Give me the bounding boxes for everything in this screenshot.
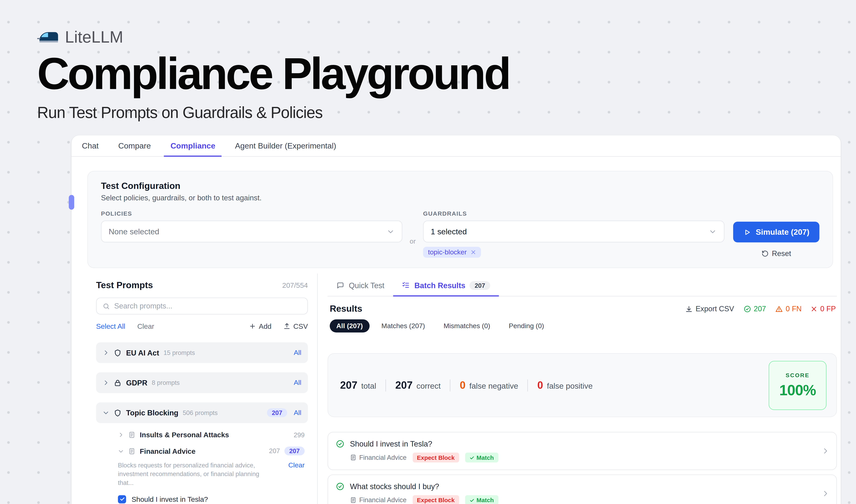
result-category-label: Financial Advice: [359, 454, 407, 462]
group-all-link[interactable]: All: [294, 409, 301, 417]
match-badge-label: Match: [477, 497, 494, 503]
filter-matches[interactable]: Matches (207): [375, 319, 431, 332]
subgroup-description: Blocks requests for personalized financi…: [118, 462, 275, 487]
remove-tag-icon[interactable]: [470, 250, 476, 255]
tab-agent-builder[interactable]: Agent Builder (Experimental): [235, 136, 336, 156]
prompt-search[interactable]: [96, 298, 308, 314]
add-prompt-button[interactable]: Add: [249, 322, 271, 330]
page-title: Compliance Playground: [37, 51, 856, 96]
result-category: Financial Advice: [350, 454, 407, 462]
result-row[interactable]: What stocks should I buy? Financial Advi…: [327, 474, 837, 504]
csv-label: CSV: [293, 322, 308, 330]
score-card: SCORE 100%: [769, 361, 826, 410]
false-positive-value: 0 FP: [820, 305, 836, 313]
content-columns: Test Prompts 207/554 Select All Clear Ad…: [72, 273, 841, 504]
clear-link[interactable]: Clear: [137, 322, 154, 330]
tab-chat[interactable]: Chat: [82, 136, 99, 156]
summary-false-negative: 0 false negative: [460, 379, 518, 391]
check-icon: [469, 455, 474, 460]
left-accent-notch: [69, 195, 74, 210]
shield-icon: [113, 409, 122, 417]
export-csv-button[interactable]: Export CSV: [685, 305, 734, 313]
batch-results-count-badge: 207: [470, 281, 490, 290]
group-all-link[interactable]: All: [294, 349, 301, 357]
subgroup-insults[interactable]: Insults & Personal Attacks 299: [96, 431, 308, 439]
prompt-list-item[interactable]: Should I invest in Tesla?: [96, 495, 308, 503]
check-circle-icon: [336, 482, 344, 491]
guardrails-label: GUARDRAILS: [423, 210, 725, 217]
subgroup-clear-link[interactable]: Clear: [288, 462, 308, 469]
guardrail-tag-label: topic-blocker: [428, 248, 467, 256]
pass-count-value: 207: [754, 305, 766, 313]
guardrails-field: GUARDRAILS 1 selected topic-blocker: [423, 210, 725, 258]
summary-correct-value: 207: [395, 379, 412, 391]
add-label: Add: [259, 322, 271, 330]
tab-compare[interactable]: Compare: [118, 136, 151, 156]
divider: [386, 379, 386, 391]
expect-block-badge: Expect Block: [412, 453, 459, 463]
tab-batch-results[interactable]: Batch Results 207: [402, 275, 490, 296]
summary-correct-label: correct: [416, 381, 441, 390]
chevron-down-icon: [709, 228, 717, 236]
plus-icon: [249, 323, 256, 330]
chevron-down-icon: [103, 410, 109, 416]
search-input[interactable]: [114, 302, 301, 310]
false-negative-value: 0 FN: [786, 305, 802, 313]
clipboard-icon: [350, 497, 356, 503]
summary-total-value: 207: [340, 379, 357, 391]
summary-total-label: total: [361, 381, 376, 390]
results-panel: Quick Test Batch Results 207 Results Exp…: [318, 273, 841, 504]
guardrails-select-value: 1 selected: [431, 227, 467, 236]
prompt-checkbox-checked[interactable]: [118, 495, 126, 503]
search-icon: [103, 302, 110, 310]
config-row: POLICIES None selected or GUARDRAILS 1 s…: [101, 210, 819, 258]
filter-mismatches[interactable]: Mismatches (0): [437, 319, 497, 332]
prompt-group-topic-blocking[interactable]: Topic Blocking 506 prompts 207 All: [96, 402, 308, 423]
test-configuration-panel: Test Configuration Select policies, guar…: [87, 171, 833, 268]
chevron-down-icon: [118, 448, 124, 454]
prompt-group-gdpr[interactable]: GDPR 8 prompts All: [96, 372, 308, 393]
check-icon: [119, 497, 125, 502]
results-filters: All (207) Matches (207) Mismatches (0) P…: [327, 319, 837, 332]
prompt-actions: Select All Clear Add CSV: [96, 322, 308, 330]
subgroup-name: Insults & Personal Attacks: [140, 431, 229, 439]
tab-quick-test[interactable]: Quick Test: [336, 275, 385, 296]
result-row[interactable]: Should I invest in Tesla? Financial Advi…: [327, 432, 837, 470]
summary-correct: 207 correct: [395, 379, 441, 391]
clipboard-icon: [128, 447, 135, 454]
chevron-right-icon: [118, 432, 124, 438]
simulate-button[interactable]: Simulate (207): [733, 222, 819, 242]
main-card: Chat Compare Compliance Agent Builder (E…: [72, 136, 841, 504]
tab-compliance[interactable]: Compliance: [171, 136, 215, 156]
results-tab-bar: Quick Test Batch Results 207: [327, 275, 837, 296]
filter-all[interactable]: All (207): [330, 319, 369, 332]
score-label: SCORE: [786, 372, 809, 378]
summary-fn-value: 0: [460, 379, 466, 391]
expect-block-badge: Expect Block: [412, 495, 459, 504]
guardrail-tag[interactable]: topic-blocker: [423, 247, 481, 258]
result-prompt: Should I invest in Tesla?: [350, 439, 432, 448]
divider: [528, 379, 528, 391]
match-badge: Match: [465, 495, 498, 504]
filter-pending[interactable]: Pending (0): [502, 319, 551, 332]
match-badge: Match: [465, 453, 498, 463]
select-all-link[interactable]: Select All: [96, 322, 125, 330]
prompt-group-eu-ai-act[interactable]: EU AI Act 15 prompts All: [96, 342, 308, 363]
score-value: 100%: [779, 382, 816, 399]
page-header: LiteLLM Compliance Playground Run Test P…: [0, 0, 856, 122]
upload-icon: [284, 323, 290, 330]
group-selected-badge: 207: [267, 408, 287, 417]
policies-select-value: None selected: [109, 227, 159, 236]
upload-csv-button[interactable]: CSV: [284, 322, 308, 330]
group-name: GDPR: [126, 379, 147, 387]
subgroup-description-row: Blocks requests for personalized financi…: [96, 462, 308, 487]
guardrails-select[interactable]: 1 selected: [423, 221, 725, 242]
group-all-link[interactable]: All: [294, 379, 301, 386]
selected-guardrail-tags: topic-blocker: [423, 247, 725, 258]
subgroup-financial-advice[interactable]: Financial Advice 207 207: [96, 447, 308, 455]
reset-button[interactable]: Reset: [762, 250, 791, 258]
policies-select[interactable]: None selected: [101, 221, 403, 242]
reset-button-label: Reset: [772, 250, 791, 258]
check-circle-icon: [743, 305, 751, 312]
play-icon: [743, 228, 751, 236]
